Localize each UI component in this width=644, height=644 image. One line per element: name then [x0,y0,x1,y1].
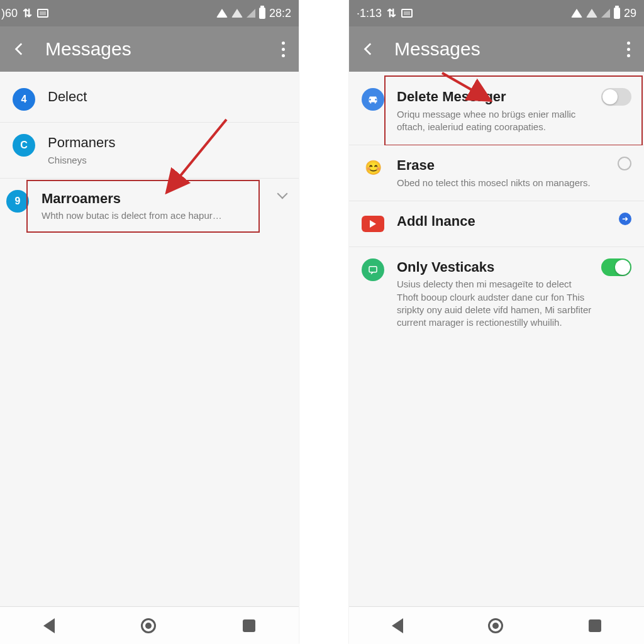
list-item-pormaners[interactable]: C Pormaners Chisneys [0,123,299,179]
avatar-icon: C [13,134,35,157]
nav-back-button[interactable] [43,618,55,633]
overflow-menu-button[interactable] [625,39,633,60]
status-bar: ·1:13 ⇅ 29 [349,0,644,26]
list-item-marroamers[interactable]: 9 Marroamers Whth now butac is delect fr… [0,179,299,234]
app-bar: Messages [349,26,644,72]
nav-recent-button[interactable] [243,619,255,632]
signal-icon [247,9,255,18]
setting-erase[interactable]: 😊 Erase Obed no telect this mosecl nikts… [349,145,644,201]
item-subtitle: Usius delecty then mi mesageïte to delec… [397,278,594,329]
item-title: Erase [397,157,610,174]
list-item-delect[interactable]: 4 Delect [0,77,299,123]
page-title: Messages [394,38,480,60]
item-title: Marroamers [42,190,271,208]
nav-recent-button[interactable] [589,619,601,632]
setting-addl-lnance[interactable]: Addl lnance ➜ [349,201,644,247]
chat-icon [362,258,384,281]
youtube-icon [362,213,384,235]
item-title: Only Vesticaks [397,258,594,276]
sim-icon [401,9,413,18]
network-icon: ⇅ [387,6,396,20]
item-title: Addl lnance [397,213,611,230]
nav-bar [349,606,644,644]
item-title: Delect [48,88,286,106]
toggle-switch[interactable] [601,88,631,106]
network-icon: ⇅ [23,6,32,20]
back-button[interactable] [360,41,377,57]
avatar-icon: 4 [13,88,35,111]
page-title: Messages [45,38,131,60]
nav-home-button[interactable] [141,618,156,633]
settings-list: Delete Messager Oriqu message whee no br… [349,72,644,606]
nav-home-button[interactable] [488,618,503,633]
status-battery: 29 [624,7,636,20]
sim-icon [37,9,48,18]
app-bar: Messages [0,26,299,72]
nav-back-button[interactable] [392,618,403,633]
settings-list: 4 Delect C Pormaners Chisneys 9 Marroame… [0,72,299,606]
app-icon [362,88,384,111]
radio-button[interactable] [618,157,631,170]
screenshot-right: ·1:13 ⇅ 29 Messages Delete Messager Oriq… [349,0,644,644]
overflow-menu-button[interactable] [279,39,287,60]
wifi-icon [216,9,228,18]
setting-delete-messager[interactable]: Delete Messager Oriqu message whee no br… [349,77,644,145]
status-battery: 28:2 [269,7,291,20]
wifi-icon [231,9,243,18]
battery-icon [259,8,265,19]
item-subtitle: Whth now butac is delect from ace hapur… [42,209,271,222]
wifi-icon [586,9,597,18]
svg-rect-1 [369,267,377,272]
signal-icon [601,9,610,18]
back-button[interactable] [11,41,28,57]
item-title: Delete Messager [397,88,594,106]
item-subtitle: Obed no telect this mosecl nikts on mana… [397,177,610,189]
toggle-switch[interactable] [601,258,631,276]
chevron-down-icon [277,188,288,199]
nav-bar [0,606,299,644]
item-title: Pormaners [48,134,286,152]
wifi-icon [571,9,582,18]
info-badge[interactable]: ➜ [619,213,631,225]
screenshot-left: )60 ⇅ 28:2 Messages 4 Delect C P [0,0,299,644]
status-time: )60 [1,7,18,20]
emoji-icon: 😊 [362,157,384,179]
setting-only-vesticaks[interactable]: Only Vesticaks Usius delecty then mi mes… [349,247,644,341]
status-time: ·1:13 [357,7,382,20]
status-bar: )60 ⇅ 28:2 [0,0,299,26]
avatar-icon: 9 [6,190,29,213]
item-subtitle: Oriqu message whee no brügs enier mallic… [397,108,594,134]
battery-icon [614,8,620,19]
item-subtitle: Chisneys [48,154,286,167]
